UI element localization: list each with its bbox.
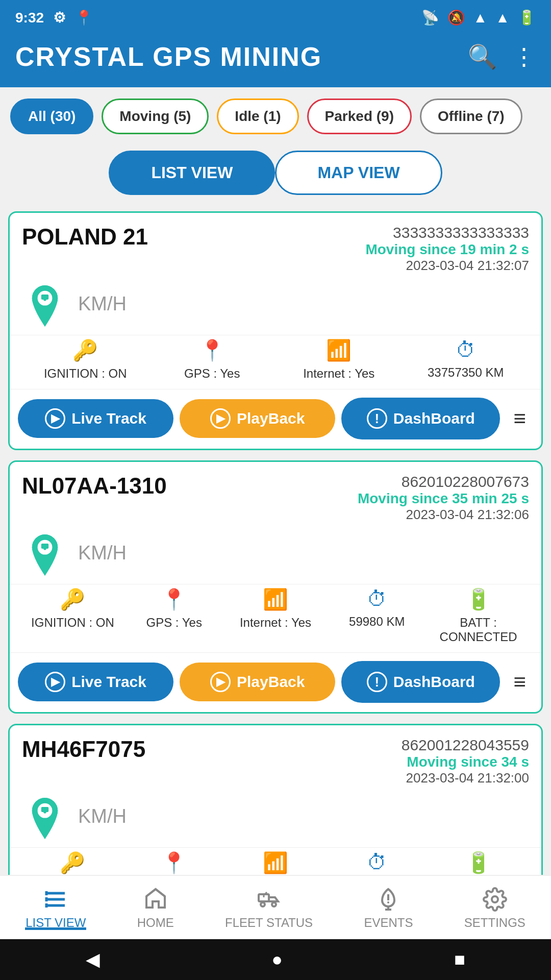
key-icon-2: 🔑: [60, 851, 85, 875]
filter-bar: All (30) Moving (5) Idle (1) Parked (9) …: [0, 87, 551, 145]
vehicle-1-datetime: 2023-03-04 21:32:06: [358, 507, 529, 523]
card-0-info: KM/H: [10, 279, 541, 335]
status-time: 9:32: [15, 10, 44, 26]
list-view-icon: [43, 887, 68, 912]
vehicle-0-status: Moving since 19 min 2 s: [365, 241, 529, 258]
vehicle-card-2: MH46F7075 862001228043559 Moving since 3…: [8, 724, 543, 895]
battery-icon-1: 🔋: [466, 587, 491, 611]
nav-settings-label: SETTINGS: [464, 916, 525, 930]
nav-events[interactable]: EVENTS: [364, 887, 413, 930]
stat-0-0: 🔑 IGNITION : ON: [22, 338, 149, 381]
filter-all[interactable]: All (30): [10, 99, 93, 134]
filter-idle[interactable]: Idle (1): [217, 99, 298, 134]
nav-settings[interactable]: SETTINGS: [464, 887, 525, 930]
recent-button[interactable]: ■: [454, 949, 465, 970]
vehicle-2-id: 862001228043559: [402, 737, 529, 754]
card-0-actions: ▶ Live Track ▶ PlayBack ! DashBoard ≡: [10, 389, 541, 449]
vehicle-0-map-pin: [22, 281, 68, 327]
live-track-button-1[interactable]: ▶ Live Track: [18, 663, 173, 701]
exclaim-circle-1: !: [367, 672, 387, 692]
vehicle-0-speed: KM/H: [78, 293, 127, 315]
vehicle-2-map-pin: [22, 793, 68, 839]
vehicle-2-speed: KM/H: [78, 805, 127, 827]
key-icon-0: 🔑: [72, 338, 98, 362]
stat-2-1: 📍: [123, 851, 225, 875]
vehicle-1-speed: KM/H: [78, 542, 127, 564]
stat-0-2-label: Internet : Yes: [303, 366, 374, 381]
vehicle-2-name: MH46F7075: [22, 737, 145, 762]
vehicle-1-id: 862010228007673: [358, 473, 529, 491]
card-0-header: POLAND 21 3333333333333333 Moving since …: [10, 213, 541, 279]
card-2-info: KM/H: [10, 791, 541, 847]
stat-2-0: 🔑: [22, 851, 123, 875]
vehicle-1-id-block: 862010228007673 Moving since 35 min 25 s…: [358, 473, 529, 523]
gps-icon-0: 📍: [199, 338, 225, 362]
nav-fleet-status-label: FLEET STATUS: [225, 916, 313, 930]
card-1-info: KM/H: [10, 528, 541, 584]
playback-button-0[interactable]: ▶ PlayBack: [180, 399, 335, 438]
card-2-header: MH46F7075 862001228043559 Moving since 3…: [10, 725, 541, 791]
vehicle-0-id: 3333333333333333: [365, 224, 529, 241]
app-header: CRYSTAL GPS MINING 🔍 ⋮: [0, 31, 551, 87]
svg-point-20: [272, 902, 276, 906]
bottom-nav: LIST VIEW HOME FLEET STATUS EVENTS: [0, 875, 551, 939]
stat-1-2: 📶 Internet : Yes: [225, 587, 327, 630]
filter-parked[interactable]: Parked (9): [307, 99, 412, 134]
stat-1-4: 🔋 BATT : CONNECTED: [428, 587, 529, 644]
status-bar: 9:32 ⚙ 📍 📡 🔕 ▲ ▲ 🔋: [0, 0, 551, 31]
back-button[interactable]: ◀: [86, 949, 100, 970]
nav-home[interactable]: HOME: [137, 887, 174, 930]
key-icon-1: 🔑: [60, 587, 85, 611]
live-track-button-0[interactable]: ▶ Live Track: [18, 399, 173, 438]
stat-1-3-label: 59980 KM: [349, 615, 405, 629]
signal-icon: ▲: [495, 10, 510, 26]
vehicle-1-status: Moving since 35 min 25 s: [358, 491, 529, 507]
filter-offline[interactable]: Offline (7): [420, 99, 522, 134]
card-0-stats: 🔑 IGNITION : ON 📍 GPS : Yes 📶 Internet :…: [10, 335, 541, 389]
dashboard-button-0[interactable]: ! DashBoard: [341, 398, 500, 439]
vehicle-list: POLAND 21 3333333333333333 Moving since …: [0, 206, 551, 900]
stat-0-1: 📍 GPS : Yes: [149, 338, 276, 381]
more-button-0[interactable]: ≡: [506, 401, 533, 436]
stat-0-3-label: 33757350 KM: [428, 365, 504, 380]
vehicle-1-name: NL07AA-1310: [22, 473, 167, 499]
exclaim-circle-0: !: [367, 408, 387, 429]
stat-1-3: ⏱ 59980 KM: [326, 587, 428, 629]
nav-fleet-status[interactable]: FLEET STATUS: [225, 887, 313, 930]
system-nav: ◀ ● ■: [0, 939, 551, 980]
odometer-icon-2: ⏱: [367, 851, 387, 874]
search-button[interactable]: 🔍: [468, 43, 497, 70]
vehicle-2-id-block: 862001228043559 Moving since 34 s 2023-0…: [402, 737, 529, 786]
dashboard-button-1[interactable]: ! DashBoard: [341, 661, 500, 703]
list-view-button[interactable]: LIST VIEW: [109, 151, 275, 195]
wifi-icon-0: 📶: [326, 338, 352, 362]
map-view-button[interactable]: MAP VIEW: [275, 151, 442, 195]
filter-moving[interactable]: Moving (5): [102, 99, 209, 134]
stat-0-2: 📶 Internet : Yes: [276, 338, 403, 381]
vehicle-2-status: Moving since 34 s: [402, 754, 529, 770]
bell-off-icon: 🔕: [447, 9, 465, 26]
play-circle-1: ▶: [45, 672, 65, 692]
nav-list-view[interactable]: LIST VIEW: [26, 887, 86, 930]
svg-point-11: [43, 811, 46, 813]
stat-2-4: 🔋: [428, 851, 529, 875]
more-options-button[interactable]: ⋮: [512, 43, 536, 70]
odometer-icon-0: ⏱: [456, 338, 476, 361]
more-button-1[interactable]: ≡: [506, 665, 533, 699]
svg-point-19: [261, 902, 265, 906]
battery-icon-2: 🔋: [466, 851, 491, 875]
playback-button-1[interactable]: ▶ PlayBack: [180, 663, 335, 701]
stat-1-0-label: IGNITION : ON: [31, 616, 114, 630]
vehicle-card-0: POLAND 21 3333333333333333 Moving since …: [8, 211, 543, 450]
view-toggle: LIST VIEW MAP VIEW: [0, 145, 551, 206]
vehicle-0-name: POLAND 21: [22, 224, 148, 250]
status-right: 📡 🔕 ▲ ▲ 🔋: [421, 9, 536, 26]
stat-0-3: ⏱ 33757350 KM: [403, 338, 530, 380]
home-icon: [143, 887, 168, 912]
home-button[interactable]: ●: [271, 949, 283, 970]
events-icon: [376, 887, 400, 912]
gear-icon: ⚙: [53, 9, 66, 26]
gps-icon-1: 📍: [161, 587, 187, 611]
nav-home-label: HOME: [137, 916, 174, 930]
gps-signal-icon: 📡: [421, 9, 439, 26]
